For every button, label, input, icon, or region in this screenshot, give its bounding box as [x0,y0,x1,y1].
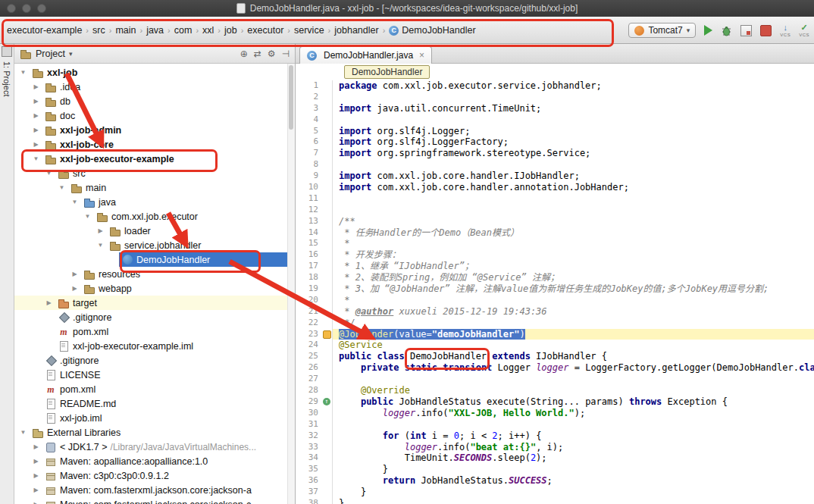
tree-item-service-jobhandler[interactable]: ▼service.jobhandler [14,238,295,252]
tree-item-db[interactable]: ▶db [14,94,295,108]
tree-collapsed-icon[interactable]: ▶ [95,227,106,234]
code-line[interactable]: 9import com.xxl.job.core.handler.IJobHan… [296,171,814,182]
tree-collapsed-icon[interactable]: ▶ [30,487,42,493]
code-line[interactable]: 29↑ public JobHandleStatus execute(Strin… [296,396,814,408]
tree-item-license[interactable]: LICENSE [14,368,295,382]
tree-expanded-icon[interactable]: ▼ [17,429,29,436]
tree-item-java[interactable]: ▼java [14,195,295,209]
tree-item-xxl-job-core[interactable]: ▶xxl-job-core [14,137,295,152]
code-line[interactable]: 35 } [296,464,814,475]
tree-item-maven-com-fasterxml-jackson-core-jackson-a[interactable]: ▶Maven: com.fasterxml.jackson.core:jacks… [14,483,295,497]
project-scrollbar[interactable] [287,64,295,504]
tree-expanded-icon[interactable]: ▼ [95,242,106,249]
code-line[interactable]: 22 */ [296,318,814,329]
tree-collapsed-icon[interactable]: ▶ [69,285,80,292]
tree-item-maven-c3p0-c3p0-0-9-1-2[interactable]: ▶Maven: c3p0:c3p0:0.9.1.2 [14,468,295,483]
window-close-button[interactable] [7,4,16,13]
tree-item-xxl-job-admin[interactable]: ▶xxl-job-admin [14,123,295,137]
code-line[interactable]: 33 logger.info("beat at:{}", i); [296,442,814,453]
override-marker-icon[interactable]: ↑ [323,398,330,405]
breadcrumb-item[interactable]: java [144,23,166,37]
code-line[interactable]: 14 * 任务Handler的一个Demo（Bean模式） [296,227,814,239]
tree-item--jdk1-7-[interactable]: ▶< JDK1.7 > /Library/Java/JavaVirtualMac… [14,440,295,454]
tree-item-main[interactable]: ▼main [14,180,295,195]
stop-button[interactable] [760,25,772,36]
breadcrumb-item[interactable]: CDemoJobHandler [387,23,477,37]
code-line[interactable]: 26 private static transient Logger logge… [296,362,814,374]
code-line[interactable]: 15 * [296,238,814,249]
tree-expanded-icon[interactable]: ▼ [30,155,42,162]
code-line[interactable]: 12 [296,205,814,216]
code-line[interactable]: 24@Service [296,340,814,351]
hide-panel-icon[interactable]: ⊣ [282,49,290,59]
code-line[interactable]: 19 * 3、加 “@JobHander” 注解，注解value值为新增任务生成… [296,283,814,295]
tree-collapsed-icon[interactable]: ▶ [30,112,42,119]
window-titlebar[interactable]: DemoJobHandler.java - xxl-job - [~/works… [0,0,814,17]
tree-item-com-xxl-job-executor[interactable]: ▼com.xxl.job.executor [14,209,295,224]
code-line[interactable]: 36 return JobHandleStatus.SUCCESS; [296,475,814,487]
code-line[interactable]: 34 TimeUnit.SECONDS.sleep(2); [296,452,814,464]
tree-collapsed-icon[interactable]: ▶ [30,458,42,465]
code-line[interactable]: 1package com.xxl.job.executor.service.jo… [296,80,814,92]
tree-item--gitignore[interactable]: .gitignore [14,353,295,368]
breadcrumb-item[interactable]: job [222,23,240,37]
tree-collapsed-icon[interactable]: ▶ [43,299,55,306]
tree-collapsed-icon[interactable]: ▶ [69,271,80,277]
code-line[interactable]: 4 [296,114,814,126]
tree-item-demojobhandler[interactable]: CDemoJobHandler [14,252,295,267]
coverage-button[interactable] [740,25,752,36]
code-line[interactable]: 25public class DemoJobHandler extends IJ… [296,351,814,362]
tree-item-xxl-job[interactable]: ▼xxl-job [14,65,295,80]
tree-item-doc[interactable]: ▶doc [14,108,295,123]
tree-expanded-icon[interactable]: ▼ [56,184,67,191]
code-line[interactable]: 11 [296,193,814,205]
tree-item-external-libraries[interactable]: ▼External Libraries [14,425,295,440]
code-line[interactable]: 5import org.slf4j.Logger; [296,126,814,137]
code-line[interactable]: 8 [296,159,814,171]
editor-tab[interactable]: C DemoJobHandler.java × [299,46,432,64]
breadcrumb-item[interactable]: src [90,23,108,37]
project-panel-title[interactable]: Project [36,49,65,59]
tree-item-webapp[interactable]: ▶webapp [14,281,295,296]
code-line[interactable]: 16 * 开发步骤： [296,249,814,261]
tree-item-maven-aopalliance-aopalliance-1-0[interactable]: ▶Maven: aopalliance:aopalliance:1.0 [14,454,295,468]
tree-expanded-icon[interactable]: ▼ [82,213,93,220]
breadcrumb-item[interactable]: xxl [200,23,216,37]
scrollbar-thumb[interactable] [289,65,293,130]
code-line[interactable]: 32 for (int i = 0; i < 2; i++) { [296,430,814,442]
code-editor[interactable]: 1package com.xxl.job.executor.service.jo… [296,80,814,504]
breadcrumb-item[interactable]: service [292,23,327,37]
code-line[interactable]: 27 [296,374,814,385]
tree-collapsed-icon[interactable]: ▶ [30,127,42,133]
code-line[interactable]: 10import com.xxl.job.core.handler.annota… [296,182,814,193]
tree-collapsed-icon[interactable]: ▶ [30,141,42,148]
run-button[interactable] [704,25,712,36]
intention-bulb-icon[interactable] [323,330,331,339]
window-zoom-button[interactable] [37,4,46,13]
tree-item-src[interactable]: ▼src [14,166,295,180]
tree-item-pom-xml[interactable]: mpom.xml [14,382,295,396]
tree-item-xxl-job-executor-example[interactable]: ▼xxl-job-executor-example [14,152,295,166]
chevron-down-icon[interactable]: ▾ [69,50,73,58]
breadcrumb-item[interactable]: executor [245,23,286,37]
window-minimize-button[interactable] [22,4,31,13]
tree-expanded-icon[interactable]: ▼ [17,69,29,76]
code-line[interactable]: 28 @Override [296,385,814,396]
tree-collapsed-icon[interactable]: ▶ [30,98,42,105]
tree-expanded-icon[interactable]: ▼ [69,199,80,205]
code-line[interactable]: 23@JobHander(value="demoJobHandler") [296,329,814,340]
breadcrumb-item[interactable]: executor-example [5,23,84,37]
code-line[interactable]: 17 * 1、继承 “IJobHandler”； [296,261,814,272]
code-line[interactable]: 38} [296,498,814,504]
breadcrumb-item[interactable]: main [113,23,138,37]
code-line[interactable]: 18 * 2、装配到Spring，例如加 “@Service” 注解； [296,272,814,283]
vcs-commit-button[interactable]: ✓ VCS [799,23,809,37]
tree-collapsed-icon[interactable]: ▶ [30,501,42,504]
tree-expanded-icon[interactable]: ▼ [43,170,55,177]
tree-item--gitignore[interactable]: .gitignore [14,310,295,324]
code-line[interactable]: 30 logger.info("XXL-JOB, Hello World."); [296,408,814,419]
code-line[interactable]: 37 } [296,487,814,498]
code-line[interactable]: 3import java.util.concurrent.TimeUnit; [296,103,814,114]
editor-breadcrumb-chip[interactable]: DemoJobHandler [344,65,430,79]
tree-item-maven-com-fasterxml-jackson-core-jackson-c[interactable]: ▶Maven: com.fasterxml.jackson.core:jacks… [14,497,295,504]
